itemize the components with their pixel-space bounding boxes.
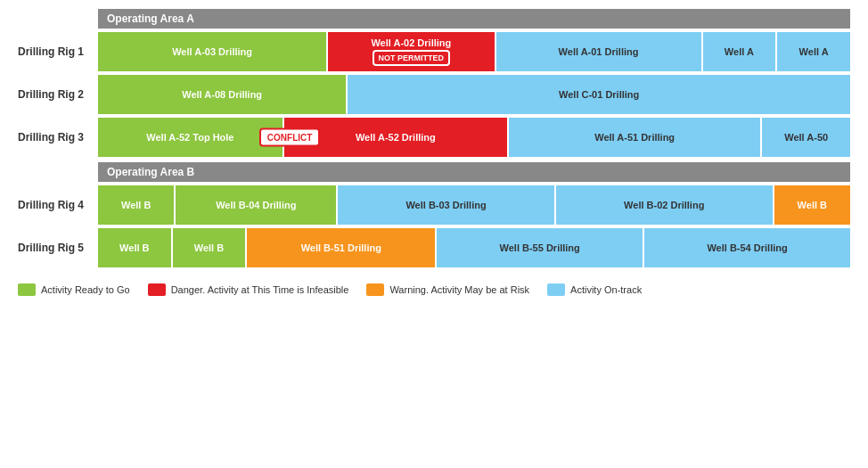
spacer-b <box>18 162 98 182</box>
row-rig-3: Drilling Rig 3 Well A-52 Top Hole CONFLI… <box>18 118 850 157</box>
bar-well-a51: Well A-51 Drilling <box>509 118 761 157</box>
row-rig-2: Drilling Rig 2 Well A-08 Drilling Well C… <box>18 75 850 114</box>
rig-4-bars: Well B Well B-04 Drilling Well B-03 Dril… <box>98 185 850 225</box>
bar-well-b03: Well B-03 Drilling <box>338 185 554 225</box>
row-rig-1: Drilling Rig 1 Well A-03 Drilling Well A… <box>18 32 850 71</box>
legend-orange: Warning. Activity May be at Risk <box>366 283 529 296</box>
rig-5-label: Drilling Rig 5 <box>18 228 98 267</box>
bar-well-a08: Well A-08 Drilling <box>98 75 346 114</box>
legend-blue: Activity On-track <box>547 283 642 296</box>
bar-well-c01: Well C-01 Drilling <box>348 75 850 114</box>
conflict-badge: CONFLICT <box>259 128 321 147</box>
rig-1-bars: Well A-03 Drilling Well A-02 Drilling NO… <box>98 32 850 71</box>
legend-color-red <box>148 283 166 296</box>
bar-well-a-2: Well A <box>777 32 850 71</box>
row-rig-5: Drilling Rig 5 Well B Well B Well B-51 D… <box>18 228 850 267</box>
bar-well-a01: Well A-01 Drilling <box>496 32 701 71</box>
section-label-b: Operating Area B <box>98 162 850 182</box>
legend-label-green: Activity Ready to Go <box>41 284 130 295</box>
row-rig-4: Drilling Rig 4 Well B Well B-04 Drilling… <box>18 185 850 225</box>
legend-green: Activity Ready to Go <box>18 283 130 296</box>
legend-color-green <box>18 283 36 296</box>
bar-well-a50: Well A-50 <box>762 118 850 157</box>
bar-well-b55: Well B-55 Drilling <box>437 228 643 267</box>
rig-3-bars: Well A-52 Top Hole CONFLICT Well A-52 Dr… <box>98 118 850 157</box>
legend-color-blue <box>547 283 565 296</box>
bar-well-a52-tophole: Well A-52 Top Hole <box>98 118 283 157</box>
bar-rig4-wellb-orange: Well B <box>774 185 850 225</box>
gantt-chart: Operating Area A Drilling Rig 1 Well A-0… <box>18 9 850 296</box>
bar-a02-title: Well A-02 Drilling <box>371 37 451 48</box>
legend-label-blue: Activity On-track <box>570 284 642 295</box>
bar-well-b02: Well B-02 Drilling <box>556 185 773 225</box>
bar-well-b54: Well B-54 Drilling <box>644 228 850 267</box>
bar-rig5-wellb-1: Well B <box>98 228 171 267</box>
not-permitted-badge: NOT PERMITTED <box>373 50 451 66</box>
rig-2-bars: Well A-08 Drilling Well C-01 Drilling <box>98 75 850 114</box>
rig-2-label: Drilling Rig 2 <box>18 75 98 114</box>
bar-well-a03: Well A-03 Drilling <box>98 32 326 71</box>
rig-4-label: Drilling Rig 4 <box>18 185 98 225</box>
section-label-a: Operating Area A <box>98 9 850 29</box>
bar-rig5-wellb-2: Well B <box>173 228 246 267</box>
legend: Activity Ready to Go Danger. Activity at… <box>18 283 850 296</box>
legend-red: Danger. Activity at This Time is Infeasi… <box>148 283 349 296</box>
spacer <box>18 9 98 29</box>
rig-3-label: Drilling Rig 3 <box>18 118 98 157</box>
section-header-row-a: Operating Area A <box>18 9 850 29</box>
legend-label-orange: Warning. Activity May be at Risk <box>389 284 529 295</box>
bar-a02-stacked: Well A-02 Drilling NOT PERMITTED <box>371 37 451 66</box>
legend-label-red: Danger. Activity at This Time is Infeasi… <box>171 284 349 295</box>
bar-rig4-wellb-1: Well B <box>98 185 174 225</box>
bar-well-a52-drilling: CONFLICT Well A-52 Drilling <box>284 118 507 157</box>
rig-1-label: Drilling Rig 1 <box>18 32 98 71</box>
section-header-row-b: Operating Area B <box>18 162 850 182</box>
bar-well-b04: Well B-04 Drilling <box>176 185 336 225</box>
bar-well-a-1: Well A <box>703 32 776 71</box>
bar-well-a02: Well A-02 Drilling NOT PERMITTED <box>328 32 494 71</box>
legend-color-orange <box>366 283 384 296</box>
rig-5-bars: Well B Well B Well B-51 Drilling Well B-… <box>98 228 850 267</box>
bar-well-b51: Well B-51 Drilling <box>247 228 435 267</box>
